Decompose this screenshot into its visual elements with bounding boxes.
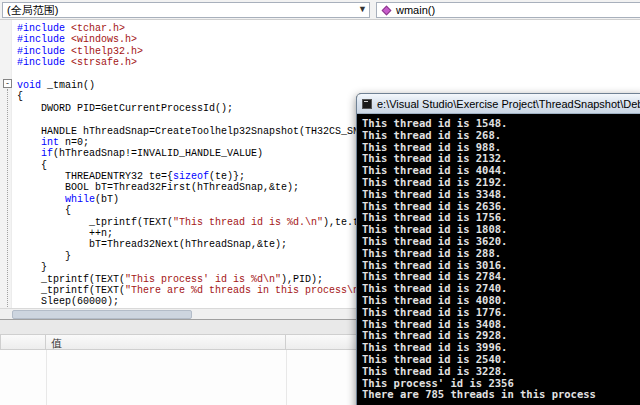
column-header-name[interactable]	[0, 334, 46, 350]
console-line: This thread id is 3348.	[362, 189, 640, 201]
code-line: #include <strsafe.h>	[17, 57, 640, 68]
console-line: This thread id is 2192.	[362, 177, 640, 189]
console-line: This thread id is 4080.	[362, 295, 640, 307]
column-divider	[286, 350, 287, 405]
code-line	[17, 69, 640, 80]
console-window[interactable]: e:\Visual Studio\Exercise Project\Thread…	[356, 93, 640, 405]
scrollbar-thumb[interactable]	[12, 310, 192, 319]
console-line: There are 785 threads in this process	[362, 389, 640, 401]
scope-dropdown-label: (全局范围)	[7, 3, 58, 18]
code-line: #include <tlhelp32.h>	[17, 46, 640, 57]
console-title-text: e:\Visual Studio\Exercise Project\Thread…	[377, 98, 640, 110]
column-header-value[interactable]: 值	[46, 334, 286, 350]
console-line: This thread id is 2540.	[362, 354, 640, 366]
member-dropdown[interactable]: wmain()	[376, 2, 640, 18]
code-line: #include <tchar.h>	[17, 23, 640, 34]
scope-dropdown[interactable]: (全局范围) ▼	[2, 2, 370, 18]
console-icon	[362, 99, 372, 109]
code-line: #include <windows.h>	[17, 34, 640, 45]
console-line: This thread id is 1776.	[362, 307, 640, 319]
console-output: This thread id is 1548.This thread id is…	[357, 114, 640, 405]
navigation-bar: (全局范围) ▼ wmain()	[0, 0, 640, 20]
code-line: void _tmain()	[17, 80, 640, 91]
member-dropdown-label: wmain()	[396, 4, 435, 16]
method-icon	[382, 5, 392, 15]
console-title-bar[interactable]: e:\Visual Studio\Exercise Project\Thread…	[357, 94, 640, 114]
column-divider	[46, 350, 47, 405]
chevron-down-icon[interactable]: ▼	[358, 4, 367, 14]
collapse-region-icon[interactable]: -	[3, 79, 12, 88]
console-line: This thread id is 3228.	[362, 366, 640, 378]
console-line: This thread id is 288.	[362, 248, 640, 260]
console-line: This thread id is 268.	[362, 130, 640, 142]
console-line: This thread id is 3620.	[362, 236, 640, 248]
